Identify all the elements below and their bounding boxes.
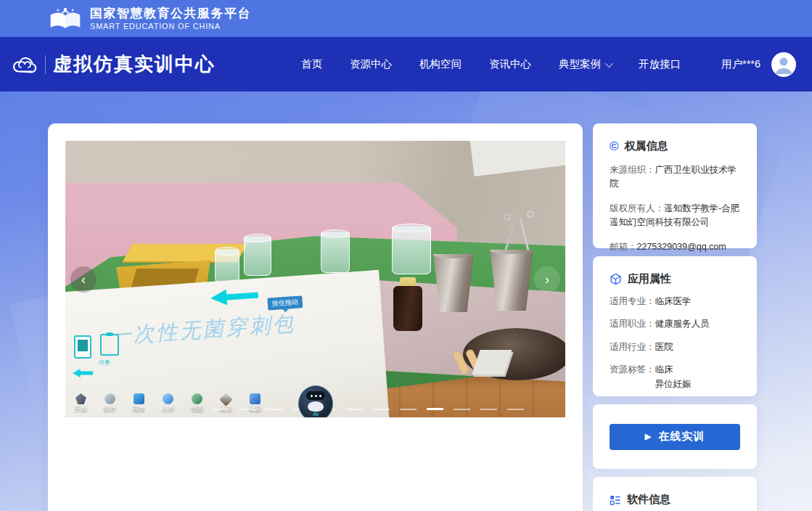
- carousel-dash[interactable]: [400, 409, 417, 410]
- scene-beaker: [392, 226, 431, 274]
- nav-item-typical-cases[interactable]: 典型案例: [559, 57, 611, 71]
- carousel-indicators: [212, 408, 524, 410]
- main-navbar: 虚拟仿真实训中心 首页 资源中心 机构空间 资讯中心 典型案例 开放接口 用户*…: [0, 37, 812, 91]
- sim-tool-map[interactable]: 地图: [186, 393, 208, 414]
- map-icon: [192, 393, 202, 404]
- scene-beaker: [215, 250, 239, 283]
- nav-item-resource-center[interactable]: 资源中心: [350, 57, 392, 71]
- drag-arrow-icon: [210, 287, 258, 306]
- carousel-dash[interactable]: [212, 409, 229, 410]
- page: 国家智慧教育公共服务平台 SMART EDUCATION OF CHINA 虚拟…: [0, 0, 812, 511]
- resource-tag: 异位妊娠: [655, 377, 692, 391]
- copyright-icon: ©: [610, 140, 619, 152]
- occupation-row: 适用职业：健康服务人员: [610, 317, 740, 331]
- user-name[interactable]: 用户***6: [721, 57, 760, 71]
- ai-assistant-robot[interactable]: AI: [298, 385, 333, 417]
- scene-beaker: [321, 232, 350, 273]
- attributes-title: 应用属性: [628, 272, 671, 286]
- user-avatar-icon: [771, 52, 796, 77]
- carousel-next-button[interactable]: ›: [534, 266, 560, 293]
- list-icon: [610, 494, 621, 506]
- carousel-dash[interactable]: [266, 409, 282, 410]
- drag-tooltip: 按住拖动: [267, 295, 303, 310]
- site-title: 虚拟仿真实训中心: [53, 52, 216, 77]
- scene-beaker: [244, 237, 271, 276]
- platform-logo[interactable]: 国家智慧教育公共服务平台 SMART EDUCATION OF CHINA: [48, 7, 251, 31]
- operate-icon: [104, 393, 115, 404]
- open-book-icon: [48, 7, 83, 31]
- sim-tool-start[interactable]: 开始: [70, 393, 92, 414]
- email-row: 邮箱：2275329039@qq.com: [610, 240, 740, 254]
- app-attributes-card: 应用属性 适用专业：临床医学 适用职业：健康服务人员 适用行业：医院 资源标签：…: [593, 256, 757, 396]
- task-clipboard-icon[interactable]: [100, 334, 119, 356]
- nav-item-institution-space[interactable]: 机构空间: [419, 57, 462, 71]
- nav-menu: 首页 资源中心 机构空间 资讯中心 典型案例 开放接口: [301, 57, 681, 71]
- scene-forceps-ring: [527, 210, 534, 218]
- ownership-info-card: © 权属信息 来源组织：广西卫生职业技术学院 版权所有人：遥知数字教学-合肥遥知…: [593, 123, 757, 248]
- puncture-pack-label: 一次性无菌穿刺包: [109, 309, 296, 351]
- carousel-dash[interactable]: [373, 409, 390, 410]
- carousel-prev-button[interactable]: ‹: [70, 266, 97, 293]
- online-training-button[interactable]: ▶ 在线实训: [610, 424, 740, 450]
- carousel-dash[interactable]: [454, 409, 470, 410]
- platform-banner: 国家智慧教育公共服务平台 SMART EDUCATION OF CHINA: [0, 0, 812, 37]
- person-view-icon: [163, 393, 173, 404]
- carousel-dash[interactable]: [239, 409, 255, 410]
- carousel-dash[interactable]: [346, 409, 363, 410]
- platform-title-en: SMART EDUCATION OF CHINA: [90, 22, 251, 30]
- cloud-logo-icon: [12, 54, 38, 75]
- ownership-card-header: © 权属信息: [610, 139, 740, 153]
- play-icon: ▶: [645, 432, 652, 441]
- task-device-icon[interactable]: [74, 335, 91, 359]
- sidebar: © 权属信息 来源组织：广西卫生职业技术学院 版权所有人：遥知数字教学-合肥遥知…: [593, 123, 757, 511]
- nav-item-open-api[interactable]: 开放接口: [639, 57, 681, 71]
- robot-face-icon: [306, 391, 325, 400]
- online-training-card: ▶ 在线实训: [593, 404, 757, 469]
- simulation-viewer[interactable]: 按住拖动 一次性无菌穿刺包 任务 ‹ › 开始 操作 视角 人称 地图 画笔 收…: [65, 141, 565, 417]
- resource-detail-card: 按住拖动 一次性无菌穿刺包 任务 ‹ › 开始 操作 视角 人称 地图 画笔 收…: [48, 123, 583, 511]
- software-card-header: 软件信息: [610, 493, 740, 507]
- start-icon: [75, 393, 86, 404]
- copyright-owner-row: 版权所有人：遥知数字教学-合肥遥知幻空间科技有限公司: [610, 202, 740, 230]
- sim-tool-view[interactable]: 视角: [128, 393, 150, 414]
- nav-item-home[interactable]: 首页: [301, 57, 322, 71]
- platform-title-cn: 国家智慧教育公共服务平台: [90, 7, 251, 21]
- ai-label: AI: [299, 412, 332, 417]
- carousel-dash[interactable]: [480, 409, 497, 410]
- ownership-title: 权属信息: [625, 139, 668, 153]
- task-label: 任务: [99, 359, 110, 367]
- carousel-dash-active[interactable]: [427, 408, 443, 410]
- sim-tool-brush[interactable]: 画笔: [215, 395, 237, 414]
- brush-icon: [219, 393, 232, 406]
- industry-row: 适用行业：医院: [610, 340, 740, 354]
- collapse-icon: [250, 393, 261, 404]
- sim-tool-collapse[interactable]: 收起: [244, 393, 266, 414]
- avatar[interactable]: [771, 52, 796, 77]
- robot-body: [308, 401, 324, 412]
- cube-icon: [610, 273, 622, 285]
- camera-view-icon: [134, 393, 144, 404]
- chevron-down-icon: [605, 59, 613, 67]
- sim-tool-operate[interactable]: 操作: [99, 393, 121, 414]
- carousel-dash[interactable]: [507, 409, 524, 410]
- resource-tag: 临床: [655, 363, 692, 377]
- brand-divider: [45, 55, 46, 74]
- software-title: 软件信息: [627, 493, 670, 507]
- software-info-card: 软件信息: [593, 477, 757, 511]
- simulation-toolbar: 开始 操作 视角 人称 地图 画笔 收起: [70, 393, 266, 414]
- source-org-row: 来源组织：广西卫生职业技术学院: [610, 163, 740, 192]
- sim-tool-person[interactable]: 人称: [157, 393, 179, 414]
- nav-item-news-center[interactable]: 资讯中心: [489, 57, 531, 71]
- scene-forceps-ring: [504, 213, 511, 221]
- major-row: 适用专业：临床医学: [610, 295, 740, 308]
- attributes-card-header: 应用属性: [610, 272, 740, 286]
- resource-tags-row: 资源标签： 临床 异位妊娠: [610, 363, 740, 391]
- scene-bottle: [393, 286, 422, 331]
- site-brand[interactable]: 虚拟仿真实训中心: [12, 52, 216, 77]
